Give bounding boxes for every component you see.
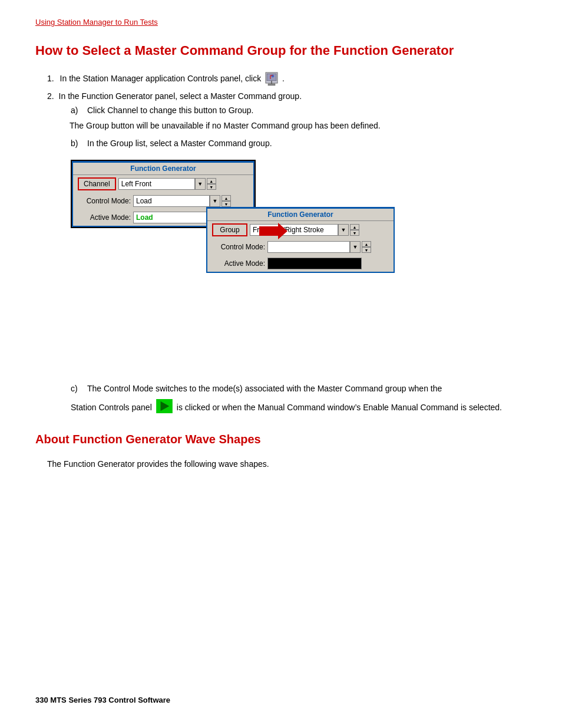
svg-rect-3 xyxy=(268,84,275,85)
fg-panel2-wrapper: Function Generator Group Front Left/Righ… xyxy=(206,207,395,273)
fg-panel1-row1: Channel Left Front ▼ ▲ ▼ xyxy=(73,175,253,193)
fg-panel2-row2: Control Mode: ▼ ▲ ▼ xyxy=(207,239,394,255)
step1-period: . xyxy=(282,74,285,83)
step2-text: In the Function Generator panel, select … xyxy=(59,91,302,101)
fg-active-mode-label: Active Mode: xyxy=(78,213,131,222)
step1-text: In the Station Manager application Contr… xyxy=(60,74,262,83)
fg-panel2-control-label: Control Mode: xyxy=(212,243,265,251)
section2-title: About Function Generator Wave Shapes xyxy=(35,433,527,446)
fg-control-mode-spinner[interactable]: ▲ ▼ xyxy=(222,195,231,207)
fg-panel2-active-label: Active Mode: xyxy=(212,259,265,268)
substep-c-mid: Station Controls panel xyxy=(71,403,152,412)
section1-title: How to Select a Master Command Group for… xyxy=(35,43,527,58)
substep-a-note: The Group button will be unavailable if … xyxy=(70,121,527,130)
fg-control-mode-spin-up[interactable]: ▲ xyxy=(222,195,231,201)
fg-group-button[interactable]: Group xyxy=(212,223,247,236)
station-manager-icon xyxy=(265,71,279,87)
substep-a-label: a) xyxy=(71,106,82,115)
substep-b-text: In the Group list, select a Master Comma… xyxy=(87,139,272,148)
fg-group-spinner[interactable]: ▲ ▼ xyxy=(350,224,359,236)
step2-num: 2. xyxy=(47,91,54,101)
fg-panel2-row3: Active Mode: xyxy=(207,255,394,272)
breadcrumb[interactable]: Using Station Manager to Run Tests xyxy=(35,18,527,27)
fg-panel1-title: Function Generator xyxy=(73,162,253,175)
fg-control-mode-dropdown[interactable]: ▼ xyxy=(210,195,220,207)
fg-channel-value: Left Front xyxy=(118,178,195,190)
step1-num: 1. xyxy=(47,74,54,83)
svg-rect-1 xyxy=(267,74,276,81)
fg-group-dropdown[interactable]: ▼ xyxy=(338,224,349,236)
substep-c-continuation: Station Controls panel is clicked or whe… xyxy=(71,399,527,415)
fg-group-spin-up[interactable]: ▲ xyxy=(350,224,359,230)
fg-channel-dropdown[interactable]: ▼ xyxy=(195,178,206,190)
footer-product: MTS Series 793 Control Software xyxy=(50,696,170,704)
fg-channel-spin-down[interactable]: ▼ xyxy=(207,184,216,190)
fg-group-spin-down[interactable]: ▼ xyxy=(350,230,359,236)
svg-marker-7 xyxy=(259,223,287,239)
play-button-icon xyxy=(156,399,173,415)
substep-c-label: c) xyxy=(71,384,82,393)
fg-control-mode-spin-down[interactable]: ▼ xyxy=(222,201,231,207)
section2-text: The Function Generator provides the foll… xyxy=(47,459,527,469)
fg-panel2-active-value xyxy=(267,258,362,269)
panel-arrow xyxy=(259,222,287,242)
substep-b-label: b) xyxy=(71,139,82,148)
fg-panel2-control-spin-up[interactable]: ▲ xyxy=(362,241,371,247)
fg-control-mode-label: Control Mode: xyxy=(78,197,131,205)
fg-channel-spin-up[interactable]: ▲ xyxy=(207,178,216,184)
fg-panel2-control-spinner[interactable]: ▲ ▼ xyxy=(362,241,371,253)
fg-panel2-title: Function Generator xyxy=(207,208,394,221)
fg-panel2-control-value xyxy=(267,241,350,253)
substep-c-suffix: is clicked or when the Manual Command wi… xyxy=(177,403,502,412)
fg-panel2-control-spin-down[interactable]: ▼ xyxy=(362,247,371,253)
substep-a: a) Click Channel to change this button t… xyxy=(71,106,527,115)
fg-channel-button[interactable]: Channel xyxy=(78,177,116,190)
fg-panel2-row1: Group Front Left/Right Stroke ▼ ▲ ▼ xyxy=(207,221,394,239)
fg-panels-area: Function Generator Channel Left Front ▼ … xyxy=(71,160,527,278)
page-number: 330 xyxy=(35,696,48,704)
substep-b: b) In the Group list, select a Master Co… xyxy=(71,139,527,148)
substep-c: c) The Control Mode switches to the mode… xyxy=(71,384,527,393)
fg-active-mode-value: Load xyxy=(133,212,210,223)
fg-control-mode-value: Load xyxy=(133,195,210,207)
fg-channel-spinner[interactable]: ▲ ▼ xyxy=(207,178,216,190)
fg-panel2-control-dropdown[interactable]: ▼ xyxy=(350,241,361,253)
fg-panel2: Function Generator Group Front Left/Righ… xyxy=(206,207,395,273)
substep-a-text: Click Channel to change this button to G… xyxy=(87,106,254,115)
substep-c-text: The Control Mode switches to the mode(s)… xyxy=(87,384,442,393)
page-footer: 330 MTS Series 793 Control Software xyxy=(35,696,170,704)
